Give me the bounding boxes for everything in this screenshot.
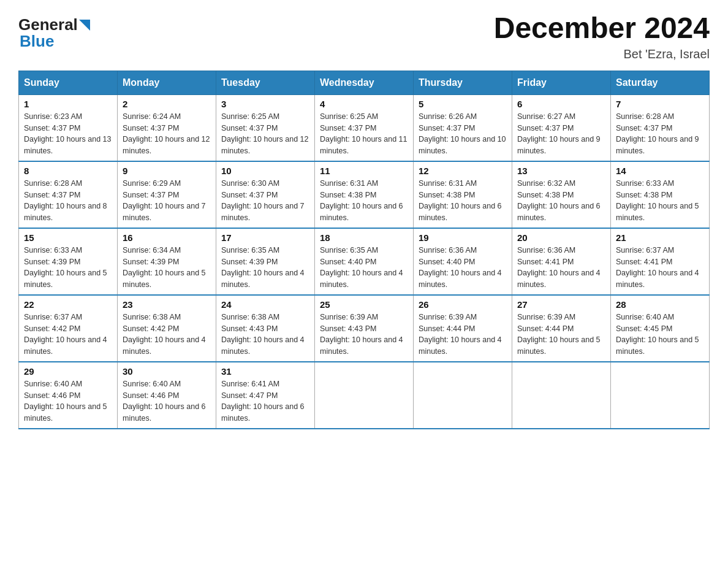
day-cell-23: 23 Sunrise: 6:38 AM Sunset: 4:42 PM Dayl… (118, 295, 216, 362)
day-number: 13 (517, 166, 605, 176)
header-day-monday: Monday (118, 71, 216, 94)
day-cell-8: 8 Sunrise: 6:28 AM Sunset: 4:37 PM Dayli… (19, 161, 118, 228)
day-number: 5 (419, 99, 507, 109)
day-number: 26 (419, 299, 507, 310)
day-info: Sunrise: 6:27 AM Sunset: 4:37 PM Dayligh… (517, 111, 605, 157)
day-number: 1 (24, 99, 112, 109)
location: Bet 'Ezra, Israel (494, 47, 710, 61)
day-cell-24: 24 Sunrise: 6:38 AM Sunset: 4:43 PM Dayl… (216, 295, 315, 362)
day-number: 16 (123, 232, 211, 243)
day-cell-5: 5 Sunrise: 6:26 AM Sunset: 4:37 PM Dayli… (414, 94, 512, 161)
svg-marker-0 (79, 20, 90, 31)
empty-cell (512, 362, 611, 429)
day-info: Sunrise: 6:28 AM Sunset: 4:37 PM Dayligh… (616, 111, 704, 157)
day-info: Sunrise: 6:35 AM Sunset: 4:39 PM Dayligh… (221, 245, 309, 291)
week-row-4: 22 Sunrise: 6:37 AM Sunset: 4:42 PM Dayl… (19, 295, 710, 362)
day-cell-20: 20 Sunrise: 6:36 AM Sunset: 4:41 PM Dayl… (512, 228, 611, 295)
day-info: Sunrise: 6:31 AM Sunset: 4:38 PM Dayligh… (419, 178, 507, 224)
day-number: 3 (221, 99, 309, 109)
day-info: Sunrise: 6:40 AM Sunset: 4:45 PM Dayligh… (616, 312, 704, 358)
day-cell-18: 18 Sunrise: 6:35 AM Sunset: 4:40 PM Dayl… (315, 228, 414, 295)
day-number: 20 (517, 232, 605, 243)
day-number: 23 (123, 299, 211, 310)
day-number: 9 (123, 166, 211, 176)
header-day-saturday: Saturday (611, 71, 710, 94)
page-header: General Blue December 2024 Bet 'Ezra, Is… (18, 12, 710, 61)
day-cell-21: 21 Sunrise: 6:37 AM Sunset: 4:41 PM Dayl… (611, 228, 710, 295)
day-number: 17 (221, 232, 309, 243)
day-info: Sunrise: 6:33 AM Sunset: 4:38 PM Dayligh… (616, 178, 704, 224)
day-info: Sunrise: 6:40 AM Sunset: 4:46 PM Dayligh… (123, 378, 211, 424)
header-row: SundayMondayTuesdayWednesdayThursdayFrid… (19, 71, 710, 94)
week-row-3: 15 Sunrise: 6:33 AM Sunset: 4:39 PM Dayl… (19, 228, 710, 295)
week-row-2: 8 Sunrise: 6:28 AM Sunset: 4:37 PM Dayli… (19, 161, 710, 228)
day-cell-17: 17 Sunrise: 6:35 AM Sunset: 4:39 PM Dayl… (216, 228, 315, 295)
day-cell-28: 28 Sunrise: 6:40 AM Sunset: 4:45 PM Dayl… (611, 295, 710, 362)
empty-cell (414, 362, 512, 429)
day-cell-29: 29 Sunrise: 6:40 AM Sunset: 4:46 PM Dayl… (19, 362, 118, 429)
day-info: Sunrise: 6:41 AM Sunset: 4:47 PM Dayligh… (221, 378, 309, 424)
day-number: 22 (24, 299, 112, 310)
day-info: Sunrise: 6:40 AM Sunset: 4:46 PM Dayligh… (24, 378, 112, 424)
day-number: 18 (320, 232, 408, 243)
logo: General Blue (18, 12, 90, 51)
day-number: 15 (24, 232, 112, 243)
day-number: 24 (221, 299, 309, 310)
day-info: Sunrise: 6:39 AM Sunset: 4:44 PM Dayligh… (517, 312, 605, 358)
day-info: Sunrise: 6:38 AM Sunset: 4:43 PM Dayligh… (221, 312, 309, 358)
day-info: Sunrise: 6:30 AM Sunset: 4:37 PM Dayligh… (221, 178, 309, 224)
day-info: Sunrise: 6:31 AM Sunset: 4:38 PM Dayligh… (320, 178, 408, 224)
header-day-sunday: Sunday (19, 71, 118, 94)
day-number: 11 (320, 166, 408, 176)
day-info: Sunrise: 6:33 AM Sunset: 4:39 PM Dayligh… (24, 245, 112, 291)
day-cell-22: 22 Sunrise: 6:37 AM Sunset: 4:42 PM Dayl… (19, 295, 118, 362)
day-info: Sunrise: 6:37 AM Sunset: 4:42 PM Dayligh… (24, 312, 112, 358)
day-number: 2 (123, 99, 211, 109)
day-cell-3: 3 Sunrise: 6:25 AM Sunset: 4:37 PM Dayli… (216, 94, 315, 161)
day-cell-16: 16 Sunrise: 6:34 AM Sunset: 4:39 PM Dayl… (118, 228, 216, 295)
calendar-body: 1 Sunrise: 6:23 AM Sunset: 4:37 PM Dayli… (19, 94, 710, 429)
week-row-5: 29 Sunrise: 6:40 AM Sunset: 4:46 PM Dayl… (19, 362, 710, 429)
title-area: December 2024 Bet 'Ezra, Israel (494, 12, 710, 61)
day-number: 12 (419, 166, 507, 176)
day-number: 6 (517, 99, 605, 109)
day-info: Sunrise: 6:35 AM Sunset: 4:40 PM Dayligh… (320, 245, 408, 291)
month-title: December 2024 (494, 12, 710, 45)
day-info: Sunrise: 6:37 AM Sunset: 4:41 PM Dayligh… (616, 245, 704, 291)
day-info: Sunrise: 6:24 AM Sunset: 4:37 PM Dayligh… (123, 111, 211, 157)
day-info: Sunrise: 6:28 AM Sunset: 4:37 PM Dayligh… (24, 178, 112, 224)
header-day-wednesday: Wednesday (315, 71, 414, 94)
empty-cell (611, 362, 710, 429)
empty-cell (315, 362, 414, 429)
day-cell-12: 12 Sunrise: 6:31 AM Sunset: 4:38 PM Dayl… (414, 161, 512, 228)
day-number: 8 (24, 166, 112, 176)
day-cell-13: 13 Sunrise: 6:32 AM Sunset: 4:38 PM Dayl… (512, 161, 611, 228)
day-cell-7: 7 Sunrise: 6:28 AM Sunset: 4:37 PM Dayli… (611, 94, 710, 161)
day-number: 21 (616, 232, 704, 243)
day-info: Sunrise: 6:32 AM Sunset: 4:38 PM Dayligh… (517, 178, 605, 224)
day-cell-4: 4 Sunrise: 6:25 AM Sunset: 4:37 PM Dayli… (315, 94, 414, 161)
day-number: 25 (320, 299, 408, 310)
day-number: 4 (320, 99, 408, 109)
day-cell-30: 30 Sunrise: 6:40 AM Sunset: 4:46 PM Dayl… (118, 362, 216, 429)
calendar-header: SundayMondayTuesdayWednesdayThursdayFrid… (19, 71, 710, 94)
logo-blue-text: Blue (20, 32, 54, 51)
day-cell-9: 9 Sunrise: 6:29 AM Sunset: 4:37 PM Dayli… (118, 161, 216, 228)
day-info: Sunrise: 6:25 AM Sunset: 4:37 PM Dayligh… (221, 111, 309, 157)
day-info: Sunrise: 6:36 AM Sunset: 4:40 PM Dayligh… (419, 245, 507, 291)
day-cell-10: 10 Sunrise: 6:30 AM Sunset: 4:37 PM Dayl… (216, 161, 315, 228)
day-info: Sunrise: 6:38 AM Sunset: 4:42 PM Dayligh… (123, 312, 211, 358)
day-number: 14 (616, 166, 704, 176)
day-info: Sunrise: 6:29 AM Sunset: 4:37 PM Dayligh… (123, 178, 211, 224)
day-cell-14: 14 Sunrise: 6:33 AM Sunset: 4:38 PM Dayl… (611, 161, 710, 228)
day-cell-6: 6 Sunrise: 6:27 AM Sunset: 4:37 PM Dayli… (512, 94, 611, 161)
day-cell-25: 25 Sunrise: 6:39 AM Sunset: 4:43 PM Dayl… (315, 295, 414, 362)
day-info: Sunrise: 6:25 AM Sunset: 4:37 PM Dayligh… (320, 111, 408, 157)
day-info: Sunrise: 6:23 AM Sunset: 4:37 PM Dayligh… (24, 111, 112, 157)
day-cell-27: 27 Sunrise: 6:39 AM Sunset: 4:44 PM Dayl… (512, 295, 611, 362)
day-cell-31: 31 Sunrise: 6:41 AM Sunset: 4:47 PM Dayl… (216, 362, 315, 429)
day-cell-2: 2 Sunrise: 6:24 AM Sunset: 4:37 PM Dayli… (118, 94, 216, 161)
day-cell-11: 11 Sunrise: 6:31 AM Sunset: 4:38 PM Dayl… (315, 161, 414, 228)
day-number: 31 (221, 366, 309, 377)
day-info: Sunrise: 6:36 AM Sunset: 4:41 PM Dayligh… (517, 245, 605, 291)
